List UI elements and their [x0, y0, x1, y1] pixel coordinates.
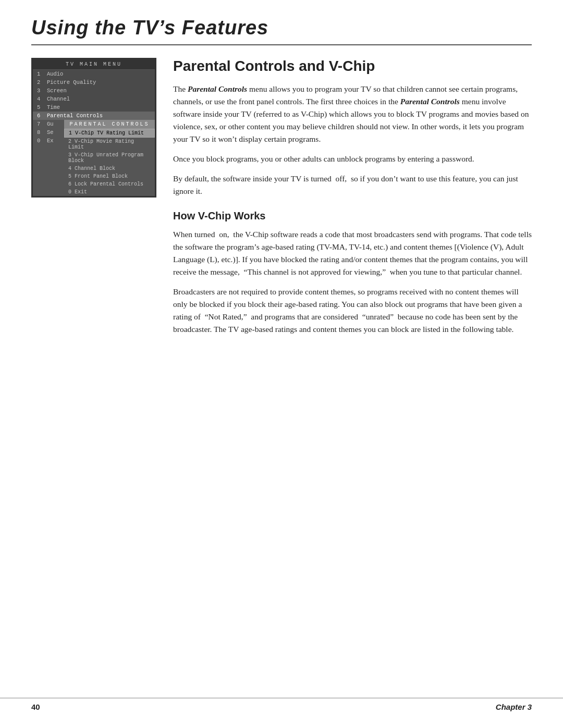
tv-submenu-item-2: 2 V-Chip Movie Rating Limit	[64, 138, 155, 151]
tv-menu-item-0: 0 Ex	[33, 137, 64, 145]
chapter-label: Chapter 3	[496, 702, 532, 711]
tv-menu-item-5: 5 Time	[33, 103, 155, 112]
section-title: Parental Controls and V-Chip	[173, 58, 532, 75]
paragraph-2: Once you block programs, you or other ad…	[173, 153, 532, 165]
paragraph-3: By default, the software inside your TV …	[173, 172, 532, 198]
tv-submenu-item-6: 6 Lock Parental Controls	[64, 180, 155, 188]
page-number: 40	[31, 702, 40, 711]
tv-menu-item-4: 4 Channel	[33, 95, 155, 103]
paragraph-4: When turned on, the V-Chip software read…	[173, 228, 532, 278]
tv-submenu-left-col: 7 Gu 8 Se 0 Ex	[33, 120, 64, 196]
tv-menu-item-2: 2 Picture Quality	[33, 78, 155, 87]
tv-menu-item-3: 3 Screen	[33, 87, 155, 95]
tv-menu-screenshot: TV MAIN MENU 1 Audio 2 Picture Quality 3…	[31, 58, 156, 343]
page-header: Using the TV’s Features	[0, 0, 563, 39]
sub-section-title: How V-Chip Works	[173, 210, 532, 222]
tv-submenu-panel: PARENTAL CONTROLS 1 V-Chip TV Rating Lim…	[64, 120, 155, 196]
paragraph-5: Broadcasters are not required to provide…	[173, 286, 532, 336]
tv-submenu-item-4: 4 Channel Block	[64, 165, 155, 172]
tv-submenu-item-3: 3 V-Chip Unrated Program Block	[64, 151, 155, 165]
paragraph-1: The Parental Controls menu allows you to…	[173, 83, 532, 145]
tv-menu-item-1: 1 Audio	[33, 70, 155, 78]
main-content: TV MAIN MENU 1 Audio 2 Picture Quality 3…	[0, 45, 563, 343]
tv-main-menu-header: TV MAIN MENU	[33, 59, 155, 70]
content-area: Parental Controls and V-Chip The Parenta…	[173, 58, 532, 343]
tv-menu-item-8: 8 Se	[33, 128, 64, 137]
tv-screen: TV MAIN MENU 1 Audio 2 Picture Quality 3…	[31, 58, 156, 198]
tv-parental-controls-header: PARENTAL CONTROLS	[64, 120, 155, 129]
tv-submenu-item-1: 1 V-Chip TV Rating Limit	[64, 129, 155, 138]
page-title: Using the TV’s Features	[31, 17, 532, 39]
tv-submenu-region: 7 Gu 8 Se 0 Ex PARENTAL CONTROLS 1 V-Chi…	[33, 120, 155, 196]
tv-menu-item-6: 6 Parental Controls	[33, 112, 155, 120]
tv-submenu-item-0: 0 Exit	[64, 188, 155, 196]
tv-submenu-item-5: 5 Front Panel Block	[64, 172, 155, 180]
page-footer: 40 Chapter 3	[0, 698, 563, 711]
tv-menu-item-7: 7 Gu	[33, 120, 64, 128]
